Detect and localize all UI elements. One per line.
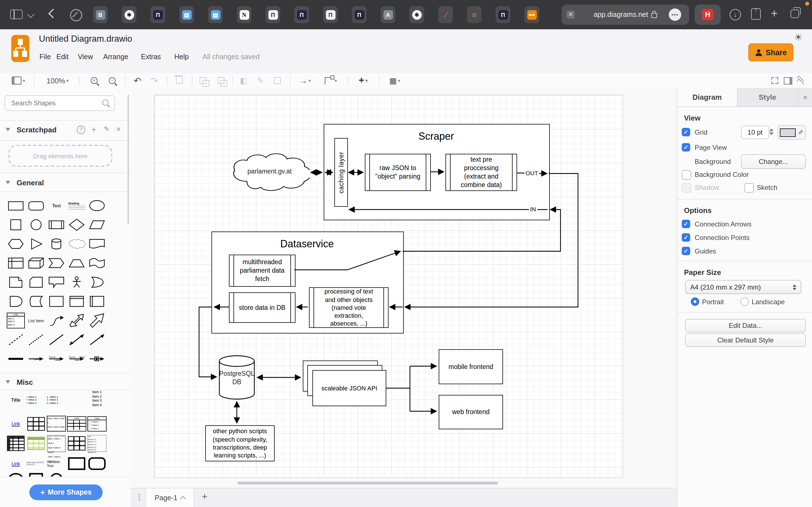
shape-callout[interactable] (47, 274, 66, 290)
scratchpad-add-icon[interactable]: + (91, 124, 96, 134)
downloads-icon[interactable]: ↓ (730, 9, 741, 20)
shape-bold-circle[interactable] (47, 470, 66, 476)
more-shapes-button[interactable]: + More Shapes (29, 485, 103, 500)
shape-link[interactable]: Link (6, 416, 26, 432)
shape-grey-table[interactable]: Value 1 Value 2 Value 3 Value 4 Value 5 … (47, 436, 66, 451)
shape-numbered-list[interactable]: 1. Value 1 2. Value 2 3. Value 3 (47, 392, 66, 408)
out-edge-label[interactable]: OUT (524, 170, 539, 176)
pinned-tab-docs[interactable]: ▤ (208, 6, 223, 23)
pinned-tab-notion[interactable]: N (237, 6, 252, 23)
shape-arrow[interactable] (87, 313, 107, 328)
help-icon[interactable]: ? (77, 126, 85, 134)
collapse-toolbar-button[interactable] (795, 73, 806, 88)
share-sheet-icon[interactable]: ↑ (751, 8, 761, 20)
portrait-radio[interactable] (691, 297, 699, 306)
shape-table[interactable] (27, 416, 46, 432)
line-color-button[interactable]: ✎ (254, 73, 267, 88)
text-pre-node[interactable]: text pre proccessing (extract and combin… (446, 154, 517, 191)
shape-dashed-line[interactable] (6, 332, 26, 348)
table-button[interactable]: ▦▾ (385, 73, 405, 88)
shape-line[interactable] (47, 332, 66, 348)
shape-green-table[interactable] (27, 436, 46, 451)
canvas-horizontal-scrollbar[interactable] (238, 482, 498, 485)
fullscreen-button[interactable] (769, 73, 780, 88)
menu-help[interactable]: Help (174, 53, 189, 61)
pinned-tab-apache[interactable]: / (438, 6, 453, 23)
shape-source-target-arrow[interactable]: SourceLabelTarget (67, 351, 86, 367)
format-panel-toggle-button[interactable] (782, 73, 794, 88)
shape-misc-title[interactable]: Title (6, 392, 26, 408)
page-menu-icon[interactable]: ••• (669, 8, 681, 21)
mobile-frontend-node[interactable]: mobile frontend (439, 349, 503, 384)
pinned-tab-parliament[interactable]: Π (323, 6, 338, 23)
shadow-button[interactable] (271, 73, 284, 88)
background-color-checkbox[interactable]: ✓ (682, 170, 691, 180)
edit-data-button[interactable]: Edit Data... (685, 319, 806, 332)
shape-thick-line[interactable] (6, 351, 26, 367)
shape-bold-square[interactable] (27, 470, 46, 476)
shape-cylinder[interactable] (47, 236, 66, 252)
waypoint-style-button[interactable]: ▾ (321, 73, 341, 88)
shape-process[interactable] (47, 217, 66, 233)
pinned-tab-openai[interactable]: ∗ (122, 6, 137, 23)
pages-menu-icon[interactable]: ⋮ (135, 492, 143, 501)
address-url[interactable]: app.diagrams.net (594, 11, 648, 18)
search-input[interactable] (10, 99, 103, 107)
pinned-tab-stackoverflow[interactable]: ≡ (467, 6, 481, 23)
delete-button[interactable] (172, 73, 186, 88)
close-tab-icon[interactable]: ✕ (567, 11, 574, 18)
menu-arrange[interactable]: Arrange (103, 53, 128, 61)
shape-bold-ellipse[interactable] (6, 470, 26, 476)
shape-container[interactable] (47, 293, 66, 309)
menu-view[interactable]: View (78, 53, 93, 61)
pinned-tab-docs[interactable]: ▤ (179, 6, 194, 23)
grid-color-button[interactable]: ✎ (777, 125, 806, 140)
shadow-checkbox[interactable]: ✓ (682, 183, 691, 193)
pinned-tab-drawio[interactable]: ⊶ (524, 6, 539, 23)
shape-rounded-rectangle[interactable] (27, 198, 46, 214)
connection-style-button[interactable]: →▾ (296, 73, 315, 88)
document-title[interactable]: Untitled Diagram.drawio (39, 34, 132, 44)
processing-node[interactable]: processing of text and other objects (na… (309, 287, 389, 328)
pinned-tab-parliament[interactable]: Π (266, 6, 280, 23)
diagram-canvas[interactable]: Scraper Dataservice parlament.gv.at cach… (131, 88, 677, 488)
raw-json-node[interactable]: raw JSON to "object" parsing (365, 154, 431, 191)
shape-cube[interactable] (27, 255, 46, 271)
scratchpad-header[interactable]: Scratchpad ? + ✎ × (6, 124, 125, 137)
shape-ellipse[interactable] (87, 198, 107, 214)
hackernews-tab[interactable]: H (695, 4, 721, 25)
paper-size-select[interactable]: A4 (210 mm x 297 mm) (685, 280, 801, 294)
blocked-content-icon[interactable] (70, 9, 82, 21)
zoom-in-button[interactable]: + (88, 73, 100, 88)
zoom-level-dropdown[interactable]: 100%▾ (43, 73, 72, 88)
to-back-button[interactable] (214, 73, 228, 88)
shape-dotted-line[interactable] (27, 332, 46, 348)
shape-note[interactable] (6, 274, 26, 290)
tab-diagram[interactable]: Diagram (677, 88, 738, 107)
background-change-button[interactable]: Change... (741, 154, 806, 169)
api-node[interactable]: scaleable JSON API (312, 370, 386, 406)
redo-button[interactable]: ↷ (148, 73, 161, 88)
caching-layer-node[interactable]: caching layer (335, 138, 348, 207)
guides-checkbox[interactable]: ✓ (682, 247, 690, 255)
shape-sections-panel[interactable]: Title Section 1.1 Section 1.2 Section 1.… (87, 436, 107, 451)
scripts-node[interactable]: other python scripts (speech complexity,… (205, 425, 274, 461)
shape-rectangle[interactable] (6, 198, 26, 214)
pinned-tab-column[interactable]: Π (294, 6, 309, 23)
shape-titled-table[interactable]: Table (67, 416, 86, 432)
shape-document[interactable] (87, 236, 107, 252)
shape-trapezoid[interactable] (67, 255, 86, 271)
menu-file[interactable]: File (40, 53, 51, 61)
menu-edit[interactable]: Edit (56, 53, 68, 61)
shape-search-box[interactable] (4, 95, 115, 111)
landscape-radio[interactable] (741, 297, 749, 306)
insert-button[interactable]: +▾ (353, 73, 373, 88)
pinned-tab-column[interactable]: Π (352, 6, 366, 23)
theme-toggle-icon[interactable]: ☀ (794, 32, 803, 43)
zoom-out-button[interactable]: − (106, 73, 118, 88)
shape-table-values[interactable]: Value 1 Value 2 Value 3 Value 4 Value 5 … (47, 416, 66, 432)
sketch-checkbox[interactable]: ✓ (744, 183, 754, 193)
grid-checkbox[interactable]: ✓ (682, 128, 690, 136)
pinned-tab-openai[interactable]: ∗ (409, 6, 424, 23)
shape-and[interactable] (6, 293, 26, 309)
